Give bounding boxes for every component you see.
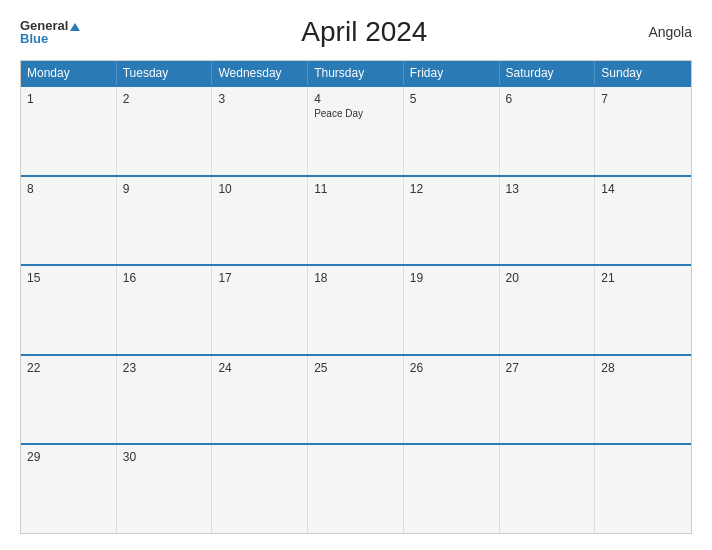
- day-cell-w4-d6: 27: [500, 356, 596, 444]
- day-cell-w1-d6: 6: [500, 87, 596, 175]
- week-row-4: 22232425262728: [21, 354, 691, 444]
- week-row-5: 2930: [21, 443, 691, 533]
- day-number: 26: [410, 361, 493, 375]
- day-cell-w3-d6: 20: [500, 266, 596, 354]
- header-saturday: Saturday: [500, 61, 596, 85]
- day-cell-w1-d2: 2: [117, 87, 213, 175]
- day-cell-w4-d7: 28: [595, 356, 691, 444]
- header-tuesday: Tuesday: [117, 61, 213, 85]
- day-number: 5: [410, 92, 493, 106]
- day-cell-w5-d5: [404, 445, 500, 533]
- day-cell-w5-d4: [308, 445, 404, 533]
- day-cell-w1-d5: 5: [404, 87, 500, 175]
- header-sunday: Sunday: [595, 61, 691, 85]
- holiday-label: Peace Day: [314, 108, 397, 119]
- header-friday: Friday: [404, 61, 500, 85]
- day-cell-w2-d2: 9: [117, 177, 213, 265]
- day-cell-w3-d1: 15: [21, 266, 117, 354]
- day-number: 21: [601, 271, 685, 285]
- day-number: 11: [314, 182, 397, 196]
- day-number: 19: [410, 271, 493, 285]
- day-number: 20: [506, 271, 589, 285]
- calendar-grid: Monday Tuesday Wednesday Thursday Friday…: [20, 60, 692, 534]
- day-headers-row: Monday Tuesday Wednesday Thursday Friday…: [21, 61, 691, 85]
- day-cell-w4-d1: 22: [21, 356, 117, 444]
- day-number: 6: [506, 92, 589, 106]
- day-number: 10: [218, 182, 301, 196]
- day-number: 17: [218, 271, 301, 285]
- day-cell-w2-d3: 10: [212, 177, 308, 265]
- day-cell-w1-d1: 1: [21, 87, 117, 175]
- day-cell-w5-d1: 29: [21, 445, 117, 533]
- day-cell-w3-d3: 17: [212, 266, 308, 354]
- day-cell-w5-d3: [212, 445, 308, 533]
- day-cell-w4-d5: 26: [404, 356, 500, 444]
- day-number: 28: [601, 361, 685, 375]
- header-monday: Monday: [21, 61, 117, 85]
- day-cell-w1-d4: 4Peace Day: [308, 87, 404, 175]
- logo-triangle-icon: [70, 23, 80, 31]
- day-number: 1: [27, 92, 110, 106]
- header-wednesday: Wednesday: [212, 61, 308, 85]
- day-cell-w3-d2: 16: [117, 266, 213, 354]
- day-number: 24: [218, 361, 301, 375]
- day-cell-w2-d6: 13: [500, 177, 596, 265]
- calendar-weeks: 1234Peace Day567891011121314151617181920…: [21, 85, 691, 533]
- day-number: 18: [314, 271, 397, 285]
- day-number: 14: [601, 182, 685, 196]
- day-number: 16: [123, 271, 206, 285]
- day-number: 23: [123, 361, 206, 375]
- day-cell-w2-d1: 8: [21, 177, 117, 265]
- day-number: 29: [27, 450, 110, 464]
- logo: General Blue: [20, 19, 80, 45]
- day-cell-w5-d6: [500, 445, 596, 533]
- day-number: 7: [601, 92, 685, 106]
- day-number: 2: [123, 92, 206, 106]
- day-number: 15: [27, 271, 110, 285]
- day-cell-w1-d7: 7: [595, 87, 691, 175]
- logo-blue-text: Blue: [20, 32, 80, 45]
- day-number: 13: [506, 182, 589, 196]
- day-number: 8: [27, 182, 110, 196]
- day-number: 3: [218, 92, 301, 106]
- day-cell-w3-d5: 19: [404, 266, 500, 354]
- day-cell-w1-d3: 3: [212, 87, 308, 175]
- calendar-title: April 2024: [301, 16, 427, 48]
- day-number: 12: [410, 182, 493, 196]
- day-cell-w2-d7: 14: [595, 177, 691, 265]
- week-row-3: 15161718192021: [21, 264, 691, 354]
- day-number: 25: [314, 361, 397, 375]
- day-cell-w2-d5: 12: [404, 177, 500, 265]
- page-header: General Blue April 2024 Angola: [20, 16, 692, 48]
- header-thursday: Thursday: [308, 61, 404, 85]
- day-number: 4: [314, 92, 397, 106]
- day-cell-w5-d2: 30: [117, 445, 213, 533]
- day-number: 27: [506, 361, 589, 375]
- day-cell-w3-d4: 18: [308, 266, 404, 354]
- day-number: 30: [123, 450, 206, 464]
- day-number: 9: [123, 182, 206, 196]
- day-cell-w2-d4: 11: [308, 177, 404, 265]
- day-cell-w5-d7: [595, 445, 691, 533]
- week-row-1: 1234Peace Day567: [21, 85, 691, 175]
- day-cell-w4-d2: 23: [117, 356, 213, 444]
- country-label: Angola: [648, 24, 692, 40]
- week-row-2: 891011121314: [21, 175, 691, 265]
- day-cell-w4-d3: 24: [212, 356, 308, 444]
- day-cell-w4-d4: 25: [308, 356, 404, 444]
- day-number: 22: [27, 361, 110, 375]
- day-cell-w3-d7: 21: [595, 266, 691, 354]
